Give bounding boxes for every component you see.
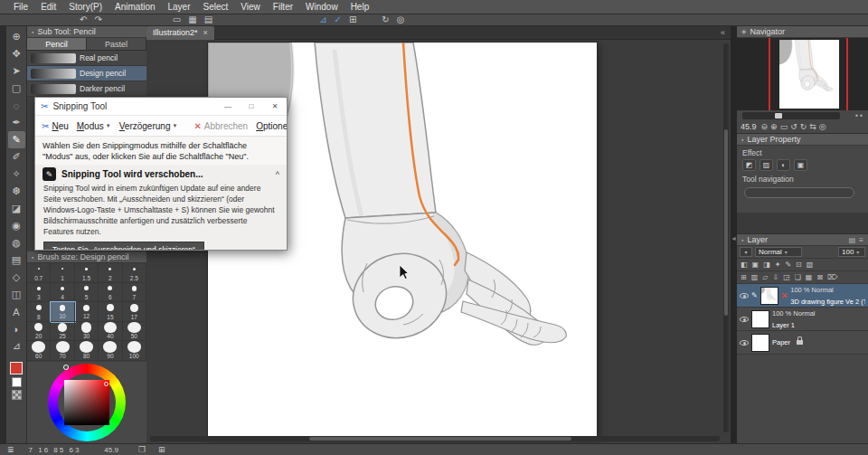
visibility-eye-icon[interactable] [740,293,749,299]
layer-panel-header[interactable]: ▪ Layer ▤ ≡ [737,234,868,246]
fill-tool-icon[interactable]: ◍ [8,234,25,251]
gradient-tool-icon[interactable]: ▤ [8,251,25,269]
sv-marker[interactable] [104,382,108,386]
apply-mask-icon[interactable]: ▦ [805,273,814,281]
create-mask-icon[interactable]: ❏ [794,273,802,281]
optionen-button[interactable]: Optionen [256,121,288,131]
transparent-color-swatch[interactable] [12,390,22,400]
snap-ruler-icon[interactable]: ⊿ [316,14,330,25]
snap-special-ruler-icon[interactable]: ✓ [331,14,345,25]
collapse-tabs-icon[interactable]: « [721,28,725,37]
maximize-button[interactable]: □ [240,98,263,115]
snipping-titlebar[interactable]: ✂ Snipping Tool — □ ✕ [35,98,287,116]
pen-tool-icon[interactable]: ✒ [8,114,25,131]
menu-layer[interactable]: Layer [162,2,197,12]
pixel-grid-icon[interactable]: ⊞ [158,445,165,454]
visibility-eye-icon[interactable] [740,340,749,346]
new-raster-layer-icon[interactable]: ⊞ [740,273,748,281]
decoration-tool-icon[interactable]: ❆ [8,183,25,200]
border-effect-icon[interactable]: ◩ [742,159,756,171]
layer-search-icon[interactable]: ▤ [849,236,856,244]
tab-close-icon[interactable]: × [203,28,208,37]
reference-layer-icon[interactable]: ✦ [774,261,782,269]
brush-size-option[interactable]: 12 [75,302,99,322]
menu-select[interactable]: Select [197,2,235,12]
undo-icon[interactable]: ↶ [76,14,90,25]
brush-size-option[interactable]: 8 [27,302,51,322]
brush-size-option[interactable]: 6 [99,283,122,303]
navigator-thumbnail[interactable] [779,40,839,109]
figure-tool-icon[interactable]: ◇ [8,269,25,286]
brush-size-option[interactable]: 90 [99,341,122,361]
secondary-action-icon[interactable]: ⊠ [816,273,824,281]
zoom-in-icon[interactable]: ⊕ [770,122,778,131]
snap-grid-icon[interactable]: ⊞ [345,14,360,25]
fit-to-screen-icon[interactable]: ❐ [138,445,146,454]
ruler-area-icon[interactable]: ▧ [806,261,815,269]
combine-below-icon[interactable]: ◲ [782,273,791,281]
subtool-item-design-pencil[interactable]: Design pencil [27,66,146,81]
brush-size-option[interactable]: 80 [75,341,99,361]
sub-color-swatch[interactable] [12,377,22,387]
divider-handle-icon[interactable]: ◂ [731,234,735,242]
ruler-tool-icon[interactable]: ⊿ [8,337,25,355]
menu-window[interactable]: Window [299,2,344,12]
operation-tool-icon[interactable]: ➤ [8,62,25,80]
layer-color-icon[interactable]: ◐ [777,159,790,171]
balloon-tool-icon[interactable]: ◗ [8,320,25,337]
opacity-dropdown[interactable]: 100 ▾ [838,247,865,257]
close-button[interactable]: ✕ [263,98,287,115]
layer-row-layer-1[interactable]: 100 % Normal Layer 1 [737,308,868,331]
material-icon[interactable]: ▤ [201,14,216,25]
brush-size-option[interactable]: 100 [123,341,146,361]
saturation-value-square[interactable] [64,380,109,425]
layer-mask-icon[interactable]: ⊡ [795,261,803,269]
neu-button[interactable]: ✂ Neu [42,121,69,131]
menu-filter[interactable]: Filter [267,2,299,12]
verzoegerung-button[interactable]: Verzögerung ▼ [119,121,178,131]
menu-view[interactable]: View [234,2,267,12]
menu-edit[interactable]: Edit [34,2,62,12]
subtool-item-real-pencil[interactable]: Real pencil [27,51,146,66]
hue-marker[interactable] [63,365,69,370]
redo-icon[interactable]: ↷ [90,14,105,25]
layer-menu-icon[interactable]: ≡ [859,236,863,244]
frame-tool-icon[interactable]: ◫ [8,286,25,303]
brush-size-option[interactable]: 40 [99,322,122,342]
clip-below-icon[interactable]: ◨ [762,261,771,269]
panel-divider[interactable]: ◂ [731,26,737,443]
brush-size-option[interactable]: 2.5 [123,263,146,283]
try-snip-sketch-button[interactable]: Testen Sie „Ausschneiden und skizzieren“ [43,242,204,251]
subtool-tab-pencil[interactable]: Pencil [27,38,87,50]
brush-size-option[interactable]: 5 [75,283,99,303]
brush-size-option[interactable]: 25 [51,322,74,342]
selection-tool-icon[interactable]: ▢ [8,80,25,97]
brush-size-option[interactable]: 1 [51,263,74,283]
grid-icon[interactable]: ▦ [184,14,200,25]
brush-size-option[interactable]: 3 [27,283,51,303]
navigator-zoom-slider[interactable] [742,112,840,119]
menu-help[interactable]: Help [344,2,376,12]
brush-size-option[interactable]: 0.7 [27,263,51,283]
menu-story[interactable]: Story(P) [62,2,108,12]
expression-color-icon[interactable]: ▣ [794,159,807,171]
brush-size-option[interactable]: 1.5 [75,263,99,283]
vertical-scrollbar-thumb[interactable] [724,129,728,316]
brush-size-panel-header[interactable]: ▪ Brush size: Design pencil [27,251,146,263]
reset-view-icon[interactable]: ◎ [819,122,826,131]
fit-to-window-icon[interactable]: ▭ [780,122,788,131]
reset-display-icon[interactable]: ◎ [393,14,409,25]
blend-mode-dropdown[interactable]: Normal ▾ [755,247,802,257]
navigator-header[interactable]: ◈ Navigator [737,26,868,38]
tool-navigation-bar[interactable] [744,187,854,198]
brush-size-option[interactable]: 20 [27,322,51,342]
blend-tool-icon[interactable]: ◉ [8,217,25,234]
layer-row-paper[interactable]: Paper [737,331,868,355]
brush-size-option[interactable]: 7 [123,283,146,303]
rotate-right-icon[interactable]: ↻ [800,122,807,131]
subtool-panel-header[interactable]: ▪ Sub Tool: Pencil [27,26,146,38]
brush-tool-icon[interactable]: ✐ [8,148,25,166]
horizontal-scrollbar-thumb[interactable] [309,437,571,441]
move-tool-icon[interactable]: ✥ [8,45,25,62]
main-color-swatch[interactable] [10,362,23,374]
